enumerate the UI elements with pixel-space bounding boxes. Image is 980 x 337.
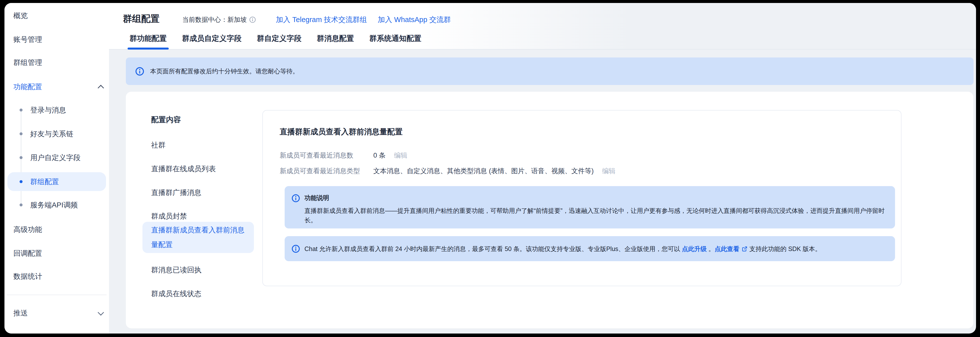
sidebar-divider: [7, 295, 107, 295]
sidebar-item-push[interactable]: 推送: [13, 306, 28, 320]
setting-label: 新成员可查看最近消息数: [280, 150, 373, 161]
content-card: 配置内容 社群 直播群在线成员列表 直播群广播消息 群成员封禁 直播群新成员查看…: [126, 92, 973, 328]
page-header: 群组配置 当前数据中心：新加坡 加入 Telegram 技术交流群组 加入 Wh…: [109, 3, 976, 49]
sidebar-item-overview[interactable]: 概览: [13, 8, 28, 23]
plan-note-prefix: Chat 允许新入群成员查看入群前 24 小时内最新产生的消息，最多可查看 50…: [304, 245, 682, 252]
info-icon: [291, 194, 300, 202]
feature-note-content: 功能说明 直播群新成员查看入群前消息——提升直播间用户粘性的重要功能，可帮助用户…: [304, 193, 885, 222]
bullet-icon: [19, 203, 22, 207]
info-icon: [291, 245, 300, 253]
config-menu-item-member-ban[interactable]: 群成员封禁: [151, 211, 187, 221]
bullet-icon: [19, 156, 22, 159]
external-link-icon[interactable]: [741, 246, 748, 252]
whatsapp-group-link[interactable]: 加入 WhatsApp 交流群: [378, 15, 451, 24]
sidebar-subitem-login-message[interactable]: 登录与消息: [30, 103, 66, 117]
sidebar: 概览 账号管理 群组管理 功能配置 登录与消息 好友与关系链 用户自定义字段 群…: [5, 3, 109, 334]
setting-value: 0 条: [373, 152, 386, 159]
tab-group-feature-config[interactable]: 群功能配置: [130, 33, 167, 49]
plan-note-separator: 。: [707, 245, 715, 252]
chevron-up-icon[interactable]: [98, 85, 104, 91]
config-menu-item-member-online-status[interactable]: 群成员在线状态: [151, 288, 201, 299]
sidebar-item-account-management[interactable]: 账号管理: [13, 32, 42, 46]
banner-text: 本页面所有配置修改后约十分钟生效。请您耐心等待。: [150, 67, 299, 75]
plan-note-box: Chat 允许新入群成员查看入群前 24 小时内最新产生的消息，最多可查看 50…: [285, 236, 895, 261]
feature-note-title: 功能说明: [304, 193, 885, 202]
info-icon: [135, 67, 144, 76]
sidebar-item-label: 好友与关系链: [30, 130, 73, 138]
setting-value: 文本消息、自定义消息、其他类型消息 (表情、图片、语音、视频、文件等): [373, 167, 593, 175]
setting-row-recent-message-count: 新成员可查看最近消息数0 条编辑: [280, 150, 407, 161]
sidebar-item-label: 账号管理: [13, 35, 42, 43]
setting-row-recent-message-types: 新成员可查看最近消息类型文本消息、自定义消息、其他类型消息 (表情、图片、语音、…: [280, 165, 615, 176]
bullet-icon: [19, 180, 22, 183]
setting-label: 新成员可查看最近消息类型: [280, 165, 373, 176]
edit-button[interactable]: 编辑: [394, 152, 407, 159]
config-menu-item-label: 直播群新成员查看入群前消息量配置: [142, 222, 254, 253]
sidebar-item-group-management[interactable]: 群组管理: [13, 55, 42, 70]
sidebar-item-label: 群组配置: [30, 172, 59, 191]
plan-note-text: Chat 允许新入群成员查看入群前 24 小时内最新产生的消息，最多可查看 50…: [304, 244, 821, 253]
detail-title: 直播群新成员查看入群前消息量配置: [280, 126, 402, 137]
upgrade-link[interactable]: 点此升级: [682, 245, 707, 252]
sidebar-item-label: 高级功能: [13, 226, 42, 234]
sidebar-item-label: 登录与消息: [30, 106, 66, 114]
info-icon[interactable]: [249, 16, 256, 23]
sidebar-item-label: 服务端API调频: [30, 201, 78, 209]
sidebar-item-label: 回调配置: [13, 249, 42, 257]
datacenter-indicator: 当前数据中心：新加坡: [182, 15, 256, 24]
tab-group-message-config[interactable]: 群消息配置: [317, 33, 354, 49]
feature-note-body: 直播群新成员查看入群前消息——提升直播间用户粘性的重要功能，可帮助用户了解“前情…: [304, 206, 885, 225]
feature-note-box: 功能说明 直播群新成员查看入群前消息——提升直播间用户粘性的重要功能，可帮助用户…: [285, 186, 895, 229]
edit-button[interactable]: 编辑: [602, 167, 615, 175]
sidebar-subitem-server-api-rate[interactable]: 服务端API调频: [30, 198, 78, 212]
datacenter-label: 当前数据中心：新加坡: [182, 15, 247, 24]
sidebar-item-label: 用户自定义字段: [30, 154, 81, 162]
config-menu-item-community[interactable]: 社群: [151, 140, 165, 150]
config-menu-item-live-online-member-list[interactable]: 直播群在线成员列表: [151, 163, 216, 174]
sidebar-item-label: 功能配置: [13, 83, 42, 91]
sidebar-item-feature-config[interactable]: 功能配置: [13, 79, 42, 94]
telegram-group-link[interactable]: 加入 Telegram 技术交流群组: [276, 15, 367, 24]
sidebar-item-data-statistics[interactable]: 数据统计: [13, 269, 42, 283]
detail-panel: 直播群新成员查看入群前消息量配置 新成员可查看最近消息数0 条编辑 新成员可查看…: [262, 110, 902, 286]
tab-bar: 群功能配置 群成员自定义字段 群自定义字段 群消息配置 群系统通知配置: [130, 33, 422, 49]
bullet-icon: [19, 108, 22, 111]
sidebar-item-advanced-features[interactable]: 高级功能: [13, 222, 42, 237]
tab-group-member-custom-fields[interactable]: 群成员自定义字段: [182, 33, 242, 49]
bullet-icon: [19, 132, 22, 135]
page-title: 群组配置: [123, 13, 159, 25]
sidebar-item-label: 数据统计: [13, 272, 42, 280]
tab-group-custom-fields[interactable]: 群自定义字段: [257, 33, 301, 49]
sidebar-subitem-user-custom-fields[interactable]: 用户自定义字段: [30, 150, 81, 165]
config-menu-title: 配置内容: [151, 114, 181, 125]
view-sdk-link[interactable]: 点此查看: [715, 245, 740, 252]
console-window: 概览 账号管理 群组管理 功能配置 登录与消息 好友与关系链 用户自定义字段 群…: [5, 3, 976, 334]
config-menu-item-read-receipt[interactable]: 群消息已读回执: [151, 264, 201, 275]
sidebar-item-label: 概览: [13, 12, 28, 19]
sidebar-subitem-friends-relations[interactable]: 好友与关系链: [30, 127, 73, 141]
chevron-down-icon[interactable]: [98, 309, 104, 315]
config-menu-item-pre-join-history-selected[interactable]: 直播群新成员查看入群前消息量配置: [142, 222, 254, 253]
config-menu-item-live-broadcast-message[interactable]: 直播群广播消息: [151, 187, 201, 198]
sidebar-item-callback-config[interactable]: 回调配置: [13, 246, 42, 261]
plan-note-suffix: 支持此功能的 SDK 版本。: [749, 245, 821, 252]
sidebar-item-label: 群组管理: [13, 59, 42, 67]
tab-group-system-notice-config[interactable]: 群系统通知配置: [369, 33, 422, 49]
page-notice-banner: 本页面所有配置修改后约十分钟生效。请您耐心等待。: [126, 57, 974, 85]
sidebar-item-label: 推送: [13, 309, 28, 317]
